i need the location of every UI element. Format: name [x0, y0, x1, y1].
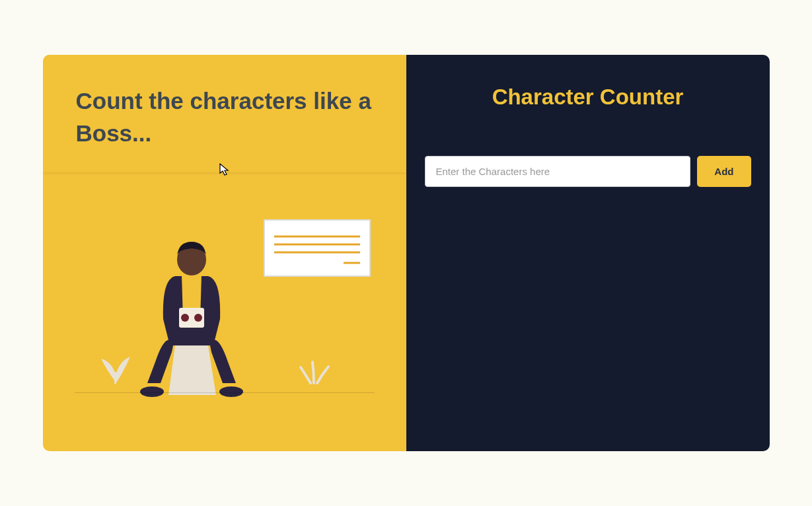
person-illustration-icon — [76, 203, 373, 421]
svg-rect-5 — [114, 372, 116, 384]
characters-input[interactable] — [425, 156, 691, 187]
add-button[interactable]: Add — [697, 156, 751, 187]
right-panel: Character Counter Add — [406, 55, 770, 451]
svg-point-7 — [219, 386, 243, 397]
svg-rect-0 — [264, 220, 370, 276]
heading-text: Count the characters like a Boss... — [76, 85, 373, 149]
page-title: Character Counter — [425, 85, 751, 110]
svg-point-6 — [140, 386, 164, 397]
svg-point-11 — [194, 314, 202, 322]
svg-point-10 — [181, 314, 189, 322]
left-panel: Count the characters like a Boss... — [43, 55, 406, 451]
app-card: Count the characters like a Boss... — [43, 55, 770, 451]
illustration-area — [43, 173, 406, 451]
heading-box: Count the characters like a Boss... — [43, 55, 406, 173]
input-row: Add — [425, 156, 751, 187]
ground-line — [75, 392, 375, 394]
